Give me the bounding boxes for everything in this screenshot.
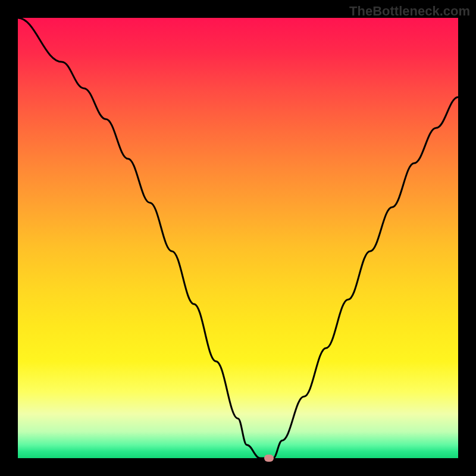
minimum-marker: [264, 455, 274, 462]
bottleneck-curve: [18, 18, 458, 458]
watermark-text: TheBottleneck.com: [349, 4, 470, 19]
chart-container: TheBottleneck.com: [0, 0, 476, 476]
plot-area: [18, 18, 458, 458]
